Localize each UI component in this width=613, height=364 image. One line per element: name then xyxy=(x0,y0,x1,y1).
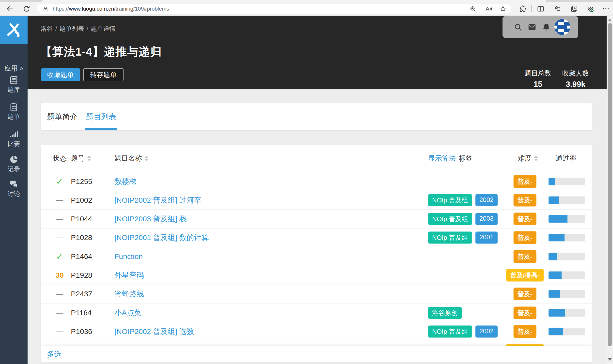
contest-bars-icon xyxy=(9,129,18,139)
tag-badge[interactable]: 2001 xyxy=(475,232,498,244)
difficulty-badge[interactable]: 普及- xyxy=(514,175,536,188)
library-book-icon xyxy=(9,75,18,85)
problem-link[interactable]: 数楼梯 xyxy=(114,176,137,186)
more-menu-icon[interactable] xyxy=(602,5,610,13)
problem-link[interactable]: [NOIP2001 普及组] 数的计算 xyxy=(114,233,209,243)
sidebar-item-3[interactable]: 比赛 xyxy=(0,129,28,148)
avatar[interactable] xyxy=(554,19,570,35)
sidebar-item-4[interactable]: 记录 xyxy=(0,155,28,173)
split-screen-icon[interactable] xyxy=(537,5,545,13)
stat-divider xyxy=(557,69,557,86)
luogu-logo[interactable] xyxy=(0,16,28,44)
browser-tab-strip xyxy=(0,0,613,2)
pass-rate-fill xyxy=(549,178,555,185)
url-scheme: https:// xyxy=(53,6,69,12)
sort-icon[interactable] xyxy=(534,156,538,161)
zoom-in-icon[interactable] xyxy=(469,5,477,13)
tag-list: 洛谷原创 xyxy=(428,307,462,319)
column-difficulty: 难度 xyxy=(518,154,538,163)
difficulty-badge[interactable]: 普及- xyxy=(514,194,536,206)
multi-select-link[interactable]: 多选 xyxy=(47,349,62,359)
problem-link[interactable]: 蜜蜂路线 xyxy=(114,289,144,299)
tag-list: NOIp 普及组2003 xyxy=(428,213,498,225)
tab-problem-list[interactable]: 题目列表 xyxy=(86,112,116,122)
difficulty-badge[interactable]: 普及- xyxy=(514,250,536,263)
difficulty-badge[interactable]: 普及- xyxy=(514,306,536,319)
lock-icon[interactable] xyxy=(42,6,49,12)
tag-badge[interactable]: 洛谷原创 xyxy=(428,307,462,319)
scroll-up-arrow-icon[interactable] xyxy=(608,19,612,21)
problem-link[interactable]: Function xyxy=(114,252,143,261)
problem-link[interactable]: 小A点菜 xyxy=(114,308,141,318)
pass-rate-bar xyxy=(549,272,585,279)
tag-badge[interactable]: NOIp 普及组 xyxy=(428,325,472,337)
browser-essentials-icon[interactable] xyxy=(586,5,594,13)
table-row-P1464: ✓P1464Function普及- xyxy=(41,247,592,266)
pass-rate-bar xyxy=(549,328,585,335)
difficulty-badge[interactable]: 普及/提高- xyxy=(506,269,544,282)
search-icon[interactable] xyxy=(514,23,522,31)
tag-list: NOIp 普及组2002 xyxy=(428,325,498,337)
table-row-P1036: —P1036[NOIP2002 普及组] 选数NOIp 普及组2002普及- xyxy=(41,322,592,341)
problem-link[interactable]: [NOIP2002 普及组] 过河卒 xyxy=(114,195,201,205)
scrollbar[interactable] xyxy=(607,16,613,364)
difficulty-badge[interactable]: 普及- xyxy=(514,231,536,244)
pass-rate-fill xyxy=(549,328,563,335)
pass-rate-fill xyxy=(549,290,560,298)
problem-link[interactable]: 外星密码 xyxy=(114,270,144,280)
problem-link[interactable]: [NOIP2002 普及组] 选数 xyxy=(114,326,194,336)
favorite-star-icon[interactable] xyxy=(499,5,507,13)
dash-icon: — xyxy=(56,215,63,223)
sidebar-item-1[interactable]: 题库 xyxy=(0,75,28,94)
browser-active-tab[interactable] xyxy=(42,0,546,2)
status-solved: ✓ xyxy=(56,176,63,187)
tag-badge[interactable]: NOIp 普及组 xyxy=(428,232,472,244)
breadcrumb-separator: / xyxy=(87,25,88,32)
luogu-logo-icon xyxy=(5,21,23,39)
show-algorithm-link[interactable]: 显示算法 xyxy=(428,154,456,163)
bell-icon[interactable] xyxy=(542,23,551,31)
sidebar-item-2[interactable]: 题单 xyxy=(0,102,28,121)
sidebar-item-apps[interactable]: 应用 » xyxy=(0,64,28,73)
sort-icon[interactable] xyxy=(144,156,148,161)
status-none: — xyxy=(56,233,63,242)
partial-score: 30 xyxy=(55,271,63,279)
tab-copy-icon[interactable] xyxy=(570,5,578,13)
problem-id: P1036 xyxy=(71,327,92,336)
breadcrumb-item-2[interactable]: 题单列表 xyxy=(60,25,84,32)
table-row-P1044: —P1044[NOIP2003 普及组] 栈NOIp 普及组2003普及- xyxy=(41,210,592,228)
difficulty-badge[interactable]: 普及- xyxy=(514,325,536,338)
difficulty-badge[interactable]: 普及- xyxy=(514,213,536,225)
extensions-puzzle-icon[interactable] xyxy=(519,5,527,13)
breadcrumb-item-3: 题单详情 xyxy=(91,25,115,32)
back-icon[interactable] xyxy=(6,5,14,13)
records-pie-icon xyxy=(9,155,18,164)
sort-icon[interactable] xyxy=(87,156,91,161)
sidebar-item-5[interactable]: 讨论 xyxy=(0,180,28,198)
address-bar[interactable]: https://www.luogu.com.cn/training/109#pr… xyxy=(37,4,511,14)
table-row-P1928: 30P1928外星密码普及/提高- xyxy=(41,266,592,285)
tag-badge[interactable]: NOIp 普及组 xyxy=(428,213,472,225)
problem-id: P1928 xyxy=(71,271,92,279)
problem-link[interactable]: [NOIP2003 普及组] 栈 xyxy=(114,214,187,224)
tag-badge[interactable]: 2002 xyxy=(475,325,498,337)
tag-badge[interactable]: 2003 xyxy=(475,213,498,225)
mail-icon[interactable] xyxy=(528,23,536,31)
read-aloud-icon[interactable] xyxy=(485,5,492,13)
tag-badge[interactable]: 2002 xyxy=(475,194,498,206)
user-toolbar xyxy=(503,16,578,38)
status-none: — xyxy=(56,309,63,317)
scrollbar-thumb[interactable] xyxy=(608,23,612,346)
collections-icon[interactable] xyxy=(553,5,561,13)
page-header: 洛谷/题单列表/题单详情 【算法1-4】递推与递归 收藏题单 转存题单 xyxy=(28,16,607,89)
difficulty-badge[interactable]: 普及- xyxy=(514,288,536,300)
favorite-training-button[interactable]: 收藏题单 xyxy=(41,68,80,81)
scroll-down-arrow-icon[interactable] xyxy=(608,358,612,361)
transfer-training-button[interactable]: 转存题单 xyxy=(83,68,124,81)
problem-id: P1255 xyxy=(71,177,92,186)
tag-badge[interactable]: NOIp 普及组 xyxy=(428,194,472,206)
breadcrumb-item-1[interactable]: 洛谷 xyxy=(41,25,53,32)
url-text[interactable]: https://www.luogu.com.cn/training/109#pr… xyxy=(53,4,169,14)
tab-training-intro[interactable]: 题单简介 xyxy=(47,112,78,122)
refresh-icon[interactable] xyxy=(23,5,31,13)
